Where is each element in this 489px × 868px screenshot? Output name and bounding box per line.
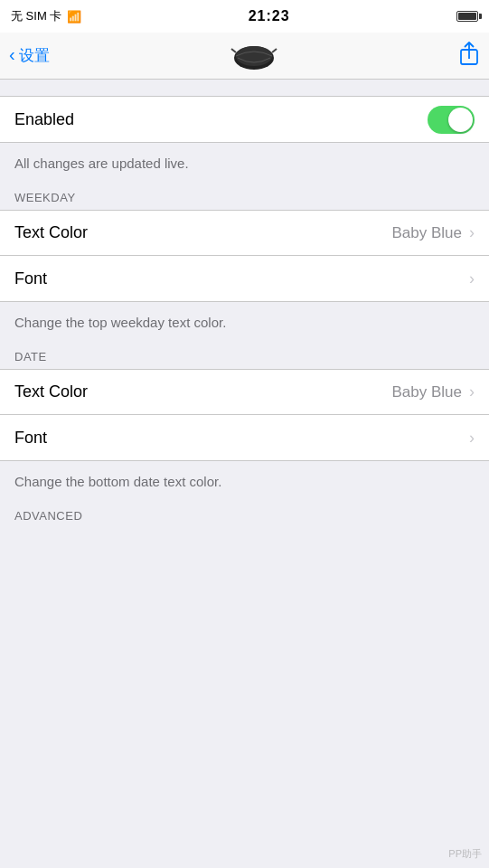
date-group: Text Color Baby Blue › Font › (0, 369, 489, 461)
carrier-text: 无 SIM 卡 (11, 8, 61, 24)
toggle-track (428, 106, 475, 134)
weekday-text-color-chevron: › (469, 223, 475, 242)
battery-icon (456, 11, 478, 22)
date-text-color-value: Baby Blue (392, 383, 463, 401)
status-bar: 无 SIM 卡 📶 21:23 (0, 0, 489, 33)
enabled-label: Enabled (14, 110, 428, 129)
weekday-group: Text Color Baby Blue › Font › (0, 210, 489, 302)
share-button[interactable] (458, 41, 480, 71)
status-time: 21:23 (249, 8, 290, 24)
weekday-info: Change the top weekday text color. (0, 302, 489, 343)
watermark-text: PP助手 (448, 848, 482, 859)
weekday-font-label: Font (14, 269, 469, 288)
date-font-chevron: › (469, 429, 475, 448)
date-section-header: DATE (0, 343, 489, 369)
enabled-group: Enabled (0, 96, 489, 143)
live-update-info: All changes are updated live. (0, 143, 489, 184)
date-text-color-label: Text Color (14, 382, 392, 401)
date-font-label: Font (14, 429, 469, 448)
svg-line-2 (231, 49, 236, 52)
toggle-thumb (448, 108, 473, 132)
mask-icon (230, 40, 277, 72)
back-button[interactable]: ‹ 设置 (9, 45, 50, 66)
weekday-font-chevron: › (469, 269, 475, 288)
svg-point-1 (236, 46, 272, 66)
nav-bar: ‹ 设置 (0, 33, 489, 80)
share-icon (458, 41, 480, 66)
weekday-text-color-row[interactable]: Text Color Baby Blue › (0, 211, 489, 256)
status-right (456, 11, 478, 22)
date-info: Change the bottom date text color. (0, 461, 489, 502)
nav-title (230, 40, 277, 72)
weekday-section-header: WEEKDAY (0, 184, 489, 210)
date-text-color-chevron: › (469, 382, 475, 401)
back-label: 设置 (19, 45, 50, 66)
back-chevron-icon: ‹ (9, 44, 15, 65)
enabled-row[interactable]: Enabled (0, 97, 489, 142)
status-left: 无 SIM 卡 📶 (11, 8, 81, 24)
svg-line-3 (272, 49, 277, 52)
enabled-toggle[interactable] (428, 106, 475, 134)
date-text-color-row[interactable]: Text Color Baby Blue › (0, 370, 489, 415)
watermark: PP助手 (448, 847, 482, 861)
advanced-section-header: ADVANCED (0, 502, 489, 528)
date-font-row[interactable]: Font › (0, 415, 489, 460)
weekday-text-color-value: Baby Blue (392, 224, 463, 242)
gap-top (0, 80, 489, 96)
wifi-icon: 📶 (67, 10, 81, 24)
weekday-text-color-label: Text Color (14, 223, 392, 242)
weekday-font-row[interactable]: Font › (0, 256, 489, 301)
content: Enabled All changes are updated live. WE… (0, 80, 489, 528)
